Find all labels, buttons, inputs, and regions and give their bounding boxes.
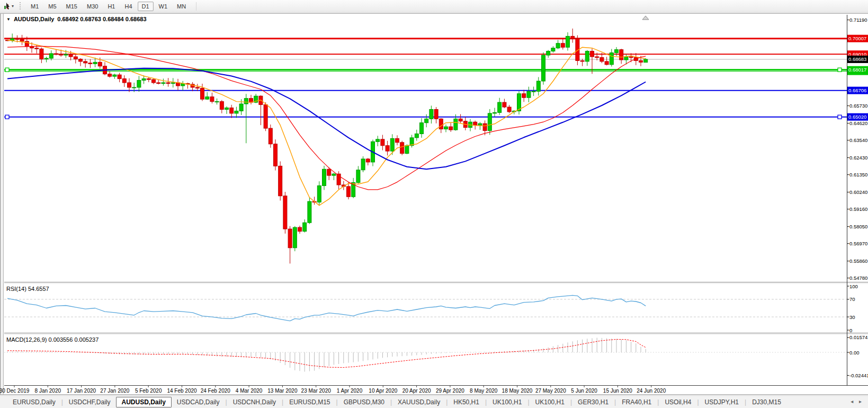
timeframe-button-H1[interactable]: H1	[103, 2, 119, 11]
svg-text:100: 100	[849, 283, 858, 289]
tab-scroll-right-icon[interactable]: ▸	[859, 398, 864, 404]
macd-label: MACD(12,26,9) 0.003556 0.005237	[6, 336, 99, 343]
svg-text:24 Feb 2020: 24 Feb 2020	[201, 388, 231, 394]
svg-text:4 Mar 2020: 4 Mar 2020	[236, 388, 263, 394]
chart-window: 0.711900.701100.690000.668100.657300.646…	[0, 13, 868, 395]
svg-text:0.70007: 0.70007	[848, 36, 866, 41]
chart-tab-gbpusd-m30[interactable]: GBPUSD,M30	[338, 397, 390, 407]
timeframe-toolbar: M1M5M15M30H1H4D1W1MN	[26, 2, 191, 11]
svg-text:17 Jan 2020: 17 Jan 2020	[67, 388, 96, 394]
svg-text:8 May 2020: 8 May 2020	[470, 388, 498, 394]
svg-text:14 Feb 2020: 14 Feb 2020	[167, 388, 197, 394]
tab-scroll-left-icon[interactable]: ◂	[851, 398, 855, 404]
chart-cursor-icon[interactable]	[2, 2, 12, 11]
toolbar-separator	[196, 2, 196, 11]
svg-text:0.68017: 0.68017	[848, 67, 866, 73]
chart-tab-eurusd-m15[interactable]: EURUSD,M15	[284, 397, 335, 407]
svg-text:0.00: 0.00	[849, 350, 860, 356]
timeframe-button-M5[interactable]: M5	[44, 2, 60, 11]
svg-text:18 May 2020: 18 May 2020	[502, 388, 533, 394]
svg-text:0.65020: 0.65020	[848, 114, 866, 120]
price-level-label-0.68683: 0.68683	[847, 56, 868, 63]
svg-text:13 Mar 2020: 13 Mar 2020	[267, 388, 298, 394]
level-line-handle[interactable]	[838, 68, 842, 72]
tab-scroll-arrows: ◂ ▸	[851, 398, 864, 404]
svg-text:0.56970: 0.56970	[849, 241, 867, 246]
level-line-handle[interactable]	[5, 115, 9, 119]
dropdown-caret-icon[interactable]: ▾	[12, 4, 14, 8]
svg-text:-0.024411: -0.024411	[849, 372, 868, 378]
svg-text:15 Jun 2020: 15 Jun 2020	[603, 388, 632, 394]
svg-text:0.61350: 0.61350	[849, 172, 867, 178]
svg-text:0.58050: 0.58050	[849, 224, 867, 229]
level-line-handle[interactable]	[838, 115, 842, 119]
svg-text:0: 0	[849, 327, 852, 333]
svg-text:29 Apr 2020: 29 Apr 2020	[436, 388, 464, 394]
price-level-label-0.66706: 0.66706	[847, 87, 868, 94]
chart-tab-uk100-h1[interactable]: UK100,H1	[530, 397, 570, 407]
svg-text:70: 70	[849, 296, 855, 302]
price-level-label-0.70007: 0.70007	[847, 35, 868, 42]
timeframe-button-M30[interactable]: M30	[83, 2, 102, 11]
chart-canvas[interactable]: 0.711900.701100.690000.668100.657300.646…	[0, 13, 868, 395]
svg-text:27 May 2020: 27 May 2020	[535, 388, 566, 394]
chart-tab-ger30-h1[interactable]: GER30,H1	[572, 397, 614, 407]
svg-text:30: 30	[849, 314, 855, 320]
chart-title-dropdown-icon[interactable]: ▼	[6, 17, 11, 22]
svg-text:8 Jan 2020: 8 Jan 2020	[35, 388, 61, 394]
svg-text:1 Apr 2020: 1 Apr 2020	[337, 388, 363, 394]
chart-tab-usdcnh-daily[interactable]: USDCNH,Daily	[228, 397, 281, 407]
svg-text:0.66706: 0.66706	[848, 87, 866, 93]
svg-text:0.62430: 0.62430	[849, 155, 867, 161]
level-line-handle[interactable]	[5, 68, 9, 72]
chart-tab-hk50-h1[interactable]: HK50,H1	[448, 397, 485, 407]
price-level-label-0.65020: 0.65020	[847, 113, 868, 121]
chart-symbol-period: AUDUSD,Daily	[14, 16, 54, 22]
timeframe-button-H4[interactable]: H4	[120, 2, 136, 11]
svg-text:0.65730: 0.65730	[849, 103, 867, 109]
chart-ohlc-values: 0.68492 0.68763 0.68484 0.68683	[57, 16, 146, 22]
svg-text:0.68683: 0.68683	[848, 56, 866, 62]
chart-tab-usdcad-daily[interactable]: USDCAD,Daily	[172, 397, 225, 407]
chart-tab-uk100-h1[interactable]: UK100,H1	[487, 397, 527, 407]
top-toolbar: ▾ M1M5M15M30H1H4D1W1MN	[0, 0, 868, 13]
svg-text:23 Mar 2020: 23 Mar 2020	[301, 388, 332, 394]
chart-tabbar: EURUSD,Daily|USDCHF,DailyAUDUSD,DailyUSD…	[0, 395, 868, 408]
chart-title: ▼ AUDUSD,Daily 0.68492 0.68763 0.68484 0…	[6, 16, 147, 22]
chart-tab-audusd-daily[interactable]: AUDUSD,Daily	[116, 397, 172, 407]
chart-tab-usdjpy-h1[interactable]: USDJPY,H1	[700, 397, 744, 407]
chart-tab-eurusd-daily[interactable]: EURUSD,Daily	[7, 397, 61, 407]
svg-text:5 Feb 2020: 5 Feb 2020	[135, 388, 162, 394]
chart-tab-usdchf-daily[interactable]: USDCHF,Daily	[64, 397, 116, 407]
price-level-label-0.68017: 0.68017	[847, 66, 868, 74]
chart-tab-fra40-h1[interactable]: FRA40,H1	[616, 397, 657, 407]
svg-text:0.64620: 0.64620	[849, 120, 867, 126]
chart-tab-usoil-h4[interactable]: USOil,H4	[659, 397, 696, 407]
svg-text:27 Jan 2020: 27 Jan 2020	[100, 388, 129, 394]
svg-text:0.55860: 0.55860	[849, 258, 867, 264]
svg-text:5 Jun 2020: 5 Jun 2020	[571, 388, 597, 394]
svg-text:10 Apr 2020: 10 Apr 2020	[369, 388, 397, 394]
svg-text:0.015741: 0.015741	[849, 334, 868, 340]
timeframe-button-MN[interactable]: MN	[173, 2, 190, 11]
svg-text:0.63540: 0.63540	[849, 137, 867, 143]
timeframe-button-W1[interactable]: W1	[155, 2, 172, 11]
svg-text:30 Dec 2019: 30 Dec 2019	[0, 388, 30, 394]
chart-tab-xauusd-daily[interactable]: XAUUSD,Daily	[392, 397, 445, 407]
svg-text:0.60240: 0.60240	[849, 189, 867, 195]
chart-tab-dj30-m15[interactable]: DJ30,M15	[747, 397, 786, 407]
svg-text:20 Apr 2020: 20 Apr 2020	[402, 388, 431, 394]
rsi-label: RSI(14) 54.6557	[6, 286, 49, 292]
timeframe-button-M1[interactable]: M1	[26, 2, 43, 11]
timeframe-button-D1[interactable]: D1	[138, 2, 154, 11]
toolbar-grip	[19, 2, 22, 11]
timeframe-button-M15[interactable]: M15	[62, 2, 82, 11]
svg-text:24 Jun 2020: 24 Jun 2020	[637, 388, 666, 394]
svg-text:0.59160: 0.59160	[849, 206, 867, 212]
svg-text:0.71190: 0.71190	[849, 17, 867, 23]
svg-text:0.54780: 0.54780	[849, 275, 867, 281]
